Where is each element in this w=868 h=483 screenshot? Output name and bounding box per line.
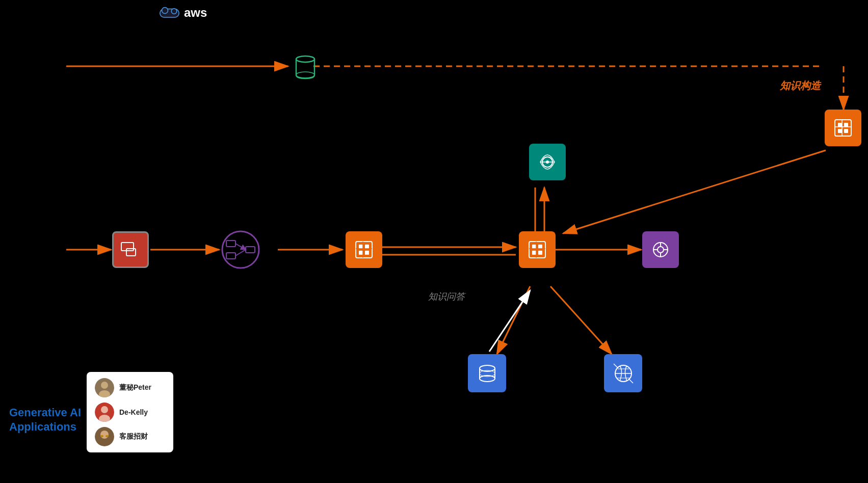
svg-point-82 [106, 435, 109, 437]
svg-rect-52 [532, 251, 536, 255]
svg-rect-23 [835, 120, 851, 136]
svg-rect-50 [532, 245, 536, 249]
vector-store-box [468, 354, 506, 392]
svg-line-39 [235, 244, 246, 250]
app-interface-box [112, 231, 149, 268]
knowledge-construction-label: 知识构造 [780, 79, 821, 93]
svg-point-74 [101, 382, 108, 389]
aws-text: aws [184, 6, 207, 20]
aws-logo: aws [158, 5, 207, 20]
svg-rect-45 [359, 251, 363, 255]
svg-rect-51 [538, 245, 542, 249]
reranker-box [642, 231, 679, 268]
svg-line-17 [489, 290, 530, 352]
knowledge-construction-box [825, 110, 861, 146]
bedrock-llm-box [346, 231, 382, 268]
svg-point-77 [101, 406, 108, 413]
svg-line-40 [235, 250, 246, 256]
s3-bucket-icon [292, 53, 320, 83]
avatar-peter [95, 378, 114, 397]
svg-rect-33 [121, 243, 134, 251]
svg-point-22 [296, 72, 314, 78]
svg-rect-53 [538, 251, 542, 255]
svg-line-72 [614, 364, 618, 368]
svg-rect-37 [226, 253, 235, 259]
svg-point-19 [162, 8, 168, 14]
svg-point-57 [657, 247, 664, 253]
architecture-diagram: aws 知识构造 [0, 0, 868, 483]
svg-rect-25 [844, 123, 848, 127]
embedding-box [529, 144, 566, 180]
agent-router-box [220, 229, 261, 272]
svg-rect-49 [529, 242, 545, 258]
svg-line-12 [563, 150, 826, 233]
svg-point-80 [100, 431, 109, 439]
bedrock-main-box [519, 231, 556, 268]
svg-line-15 [497, 286, 530, 354]
user-panel: 董秘Peter De-Kelly 客服招财 [87, 372, 173, 452]
svg-line-71 [629, 379, 633, 383]
svg-rect-36 [226, 240, 235, 247]
svg-rect-46 [365, 251, 369, 255]
svg-rect-38 [246, 247, 255, 253]
user-row-peter: 董秘Peter [95, 378, 165, 397]
svg-rect-43 [359, 245, 363, 249]
svg-line-16 [550, 286, 612, 354]
gen-ai-applications-label: Generative AI Applications [9, 406, 88, 435]
user-name-peter: 董秘Peter [119, 383, 151, 392]
svg-point-20 [171, 9, 177, 14]
svg-rect-34 [126, 249, 136, 256]
avatar-kelly [95, 403, 114, 422]
data-service-box [604, 354, 642, 392]
svg-rect-24 [838, 123, 842, 127]
user-name-customer: 客服招财 [119, 432, 148, 441]
svg-point-81 [100, 435, 103, 437]
user-row-kelly: De-Kelly [95, 403, 165, 422]
svg-point-21 [296, 56, 314, 62]
user-name-kelly: De-Kelly [119, 408, 148, 416]
svg-rect-42 [356, 242, 372, 258]
svg-point-35 [222, 231, 259, 268]
svg-rect-26 [838, 129, 842, 133]
aws-cloud-icon [158, 5, 181, 20]
knowledge-qa-label: 知识问答 [428, 290, 465, 303]
svg-rect-27 [844, 129, 848, 133]
user-row-customer: 客服招财 [95, 427, 165, 446]
avatar-customer [95, 427, 114, 446]
svg-rect-44 [365, 245, 369, 249]
